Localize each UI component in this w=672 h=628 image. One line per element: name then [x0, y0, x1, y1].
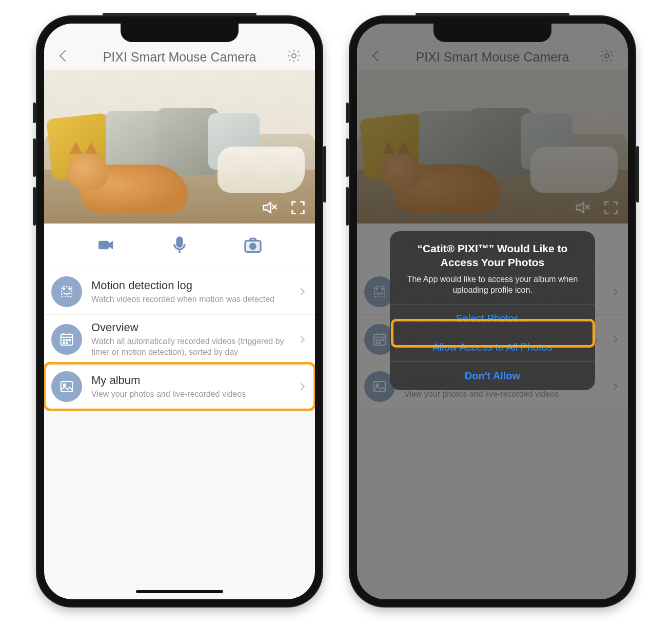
fullscreen-button[interactable] [289, 199, 307, 218]
speaker-muted-icon [261, 199, 278, 216]
menu-item-subtitle: View your photos and live-recorded video… [91, 389, 289, 400]
svg-rect-4 [177, 237, 182, 247]
svg-rect-3 [98, 241, 109, 250]
select-photos-button[interactable]: Select Photos… [390, 304, 595, 333]
chevron-left-icon [60, 50, 71, 62]
photo-album-icon [51, 371, 82, 402]
settings-button[interactable] [285, 47, 303, 65]
gear-icon [286, 48, 302, 64]
camera-icon [243, 235, 263, 255]
photos-permission-dialog: “Catit® PIXI™” Would Like to Access Your… [390, 231, 595, 390]
svg-point-9 [69, 288, 70, 290]
motion-detection-icon [51, 276, 82, 307]
menu-item-title: My album [91, 374, 289, 387]
phone-mock-right: PIXI Smart Mouse Camera [349, 15, 636, 607]
record-video-button[interactable] [96, 235, 116, 257]
microphone-icon [169, 235, 190, 255]
svg-point-16 [69, 339, 70, 341]
svg-point-15 [66, 339, 68, 341]
menu-item-overview[interactable]: Overview Watch all automatically recorde… [44, 314, 315, 363]
menu-item-title: Overview [91, 321, 289, 334]
chevron-right-icon [298, 288, 305, 295]
fullscreen-icon [289, 199, 307, 216]
video-camera-icon [96, 235, 116, 255]
microphone-button[interactable] [169, 235, 190, 257]
menu-item-motion-log[interactable]: Motion detection log Watch videos record… [44, 269, 315, 314]
dialog-message: The App would like to access your album … [403, 274, 582, 296]
menu-item-title: Motion detection log [91, 279, 289, 292]
page-title: PIXI Smart Mouse Camera [80, 50, 279, 65]
home-indicator[interactable] [136, 590, 223, 593]
svg-point-0 [292, 54, 296, 58]
menu-item-subtitle: Watch all automatically recorded videos … [91, 336, 289, 358]
menu-item-my-album[interactable]: My album View your photos and live-recor… [44, 363, 315, 409]
quick-actions [44, 224, 315, 269]
svg-point-8 [63, 288, 65, 290]
menu-list: Motion detection log Watch videos record… [44, 269, 315, 409]
back-button[interactable] [56, 47, 74, 65]
svg-rect-19 [61, 381, 73, 392]
svg-point-18 [66, 342, 68, 343]
camera-preview[interactable] [44, 70, 315, 224]
calendar-grid-icon [51, 324, 82, 355]
menu-item-subtitle: Watch videos recorded when motion was de… [91, 294, 289, 305]
take-photo-button[interactable] [243, 235, 263, 257]
dont-allow-button[interactable]: Don't Allow [390, 361, 595, 390]
device-notch [121, 24, 239, 42]
allow-all-photos-button[interactable]: Allow Access to All Photos [390, 333, 595, 361]
dialog-title: “Catit® PIXI™” Would Like to Access Your… [403, 241, 582, 270]
mute-button[interactable] [261, 199, 278, 218]
svg-point-17 [63, 342, 65, 343]
svg-point-14 [63, 339, 65, 341]
svg-point-6 [250, 244, 255, 249]
chevron-right-icon [298, 335, 305, 342]
phone-mock-left: PIXI Smart Mouse Camera [36, 15, 323, 607]
chevron-right-icon [298, 383, 305, 390]
device-notch [433, 24, 551, 42]
